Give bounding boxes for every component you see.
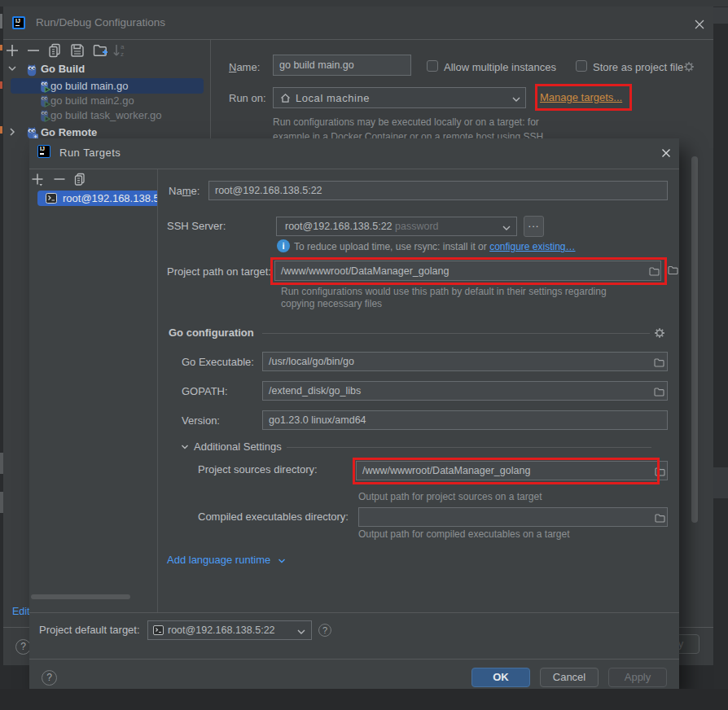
svg-text:z: z	[121, 50, 124, 58]
svg-text:a: a	[121, 43, 125, 50]
